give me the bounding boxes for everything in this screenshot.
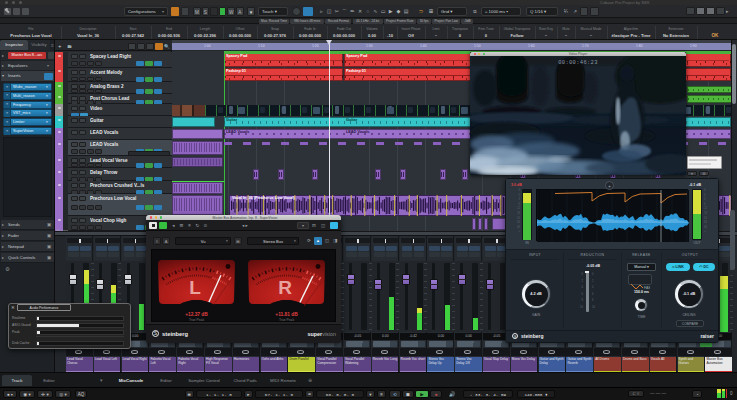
svg-text:L: L (189, 277, 201, 298)
svg-text:R: R (278, 277, 292, 298)
